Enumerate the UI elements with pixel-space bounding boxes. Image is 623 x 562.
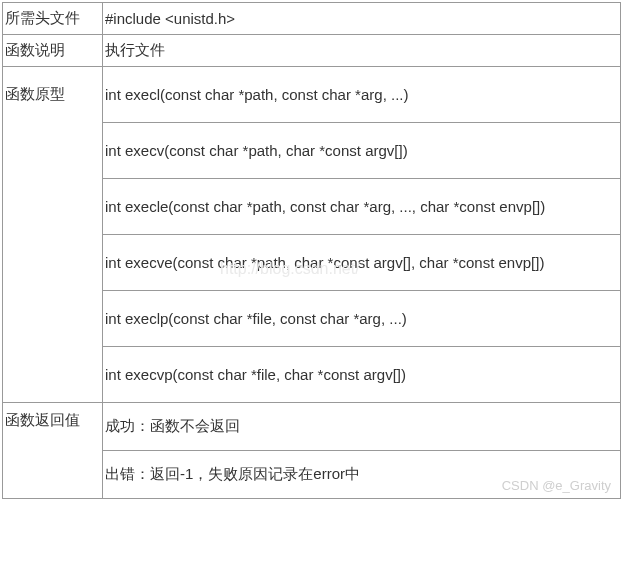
prototype-cell: int execlp(const char *file, const char … <box>103 291 621 347</box>
exec-functions-table: 所需头文件 #include <unistd.h> 函数说明 执行文件 函数原型… <box>2 2 621 499</box>
prototype-cell: int execl(const char *path, const char *… <box>103 67 621 123</box>
desc-value-cell: 执行文件 <box>103 35 621 67</box>
table-row: 函数返回值 成功：函数不会返回 <box>3 403 621 451</box>
header-label-cell: 所需头文件 <box>3 3 103 35</box>
prototype-cell: int execv(const char *path, char *const … <box>103 123 621 179</box>
proto-label-cell: 函数原型 <box>3 67 103 403</box>
prototype-cell: int execle(const char *path, const char … <box>103 179 621 235</box>
desc-label-cell: 函数说明 <box>3 35 103 67</box>
header-value-cell: #include <unistd.h> <box>103 3 621 35</box>
return-label-cell: 函数返回值 <box>3 403 103 499</box>
prototype-cell: int execvp(const char *file, char *const… <box>103 347 621 403</box>
return-success-cell: 成功：函数不会返回 <box>103 403 621 451</box>
table-row: 函数说明 执行文件 <box>3 35 621 67</box>
return-error-cell: 出错：返回-1，失败原因记录在error中 <box>103 451 621 499</box>
table-row: 函数原型 int execl(const char *path, const c… <box>3 67 621 123</box>
table-row: 所需头文件 #include <unistd.h> <box>3 3 621 35</box>
prototype-cell: int execve(const char *path, char *const… <box>103 235 621 291</box>
